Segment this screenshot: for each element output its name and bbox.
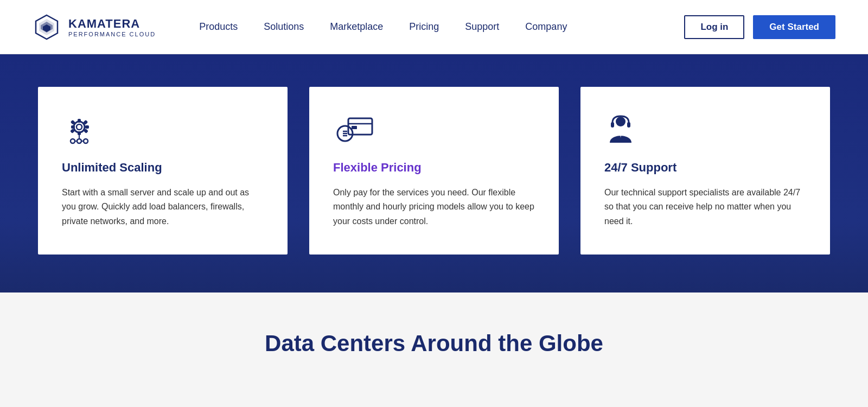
nav-marketplace[interactable]: Marketplace <box>330 21 383 33</box>
card-2-desc: Only pay for the services you need. Our … <box>333 186 535 228</box>
logo-tagline: PERFORMANCE CLOUD <box>68 31 156 37</box>
support-icon <box>604 113 806 145</box>
card-3-desc: Our technical support specialists are av… <box>604 186 806 228</box>
svg-rect-29 <box>627 122 630 128</box>
card-3-title: 24/7 Support <box>604 161 806 175</box>
nav-support[interactable]: Support <box>465 21 499 33</box>
data-centers-title: Data Centers Around the Globe <box>33 330 835 357</box>
svg-rect-9 <box>71 125 75 129</box>
svg-rect-6 <box>78 119 81 123</box>
card-support: 24/7 Support Our technical support speci… <box>580 87 830 255</box>
svg-point-27 <box>616 117 626 126</box>
nav-solutions[interactable]: Solutions <box>264 21 304 33</box>
nav-company[interactable]: Company <box>525 21 567 33</box>
logo-name: KAMATERA <box>68 17 156 31</box>
svg-point-4 <box>74 122 85 132</box>
cards-row: Unlimited Scaling Start with a small ser… <box>33 87 835 255</box>
header: KAMATERA PERFORMANCE CLOUD Products Solu… <box>0 0 868 54</box>
features-section: Unlimited Scaling Start with a small ser… <box>0 54 868 292</box>
scaling-icon <box>62 113 264 145</box>
data-centers-section: Data Centers Around the Globe <box>0 292 868 378</box>
nav-pricing[interactable]: Pricing <box>409 21 439 33</box>
svg-rect-8 <box>85 125 89 129</box>
card-1-desc: Start with a small server and scale up a… <box>62 186 264 228</box>
card-1-title: Unlimited Scaling <box>62 161 264 175</box>
logo[interactable]: KAMATERA PERFORMANCE CLOUD <box>33 13 156 41</box>
card-flexible-pricing: Flexible Pricing Only pay for the servic… <box>309 87 559 255</box>
svg-point-15 <box>77 139 81 143</box>
login-button[interactable]: Log in <box>684 15 744 39</box>
svg-point-5 <box>76 124 82 130</box>
card-2-title: Flexible Pricing <box>333 161 535 175</box>
svg-rect-28 <box>611 122 614 128</box>
svg-rect-26 <box>352 126 357 129</box>
header-actions: Log in Get Started <box>684 15 835 39</box>
card-unlimited-scaling: Unlimited Scaling Start with a small ser… <box>38 87 288 255</box>
pricing-icon <box>333 113 535 145</box>
logo-text: KAMATERA PERFORMANCE CLOUD <box>68 17 156 37</box>
get-started-button[interactable]: Get Started <box>753 15 835 39</box>
main-nav: Products Solutions Marketplace Pricing S… <box>199 21 684 33</box>
kamatera-logo-icon <box>33 13 61 41</box>
svg-point-16 <box>84 139 88 143</box>
nav-products[interactable]: Products <box>199 21 238 33</box>
svg-point-14 <box>71 139 75 143</box>
